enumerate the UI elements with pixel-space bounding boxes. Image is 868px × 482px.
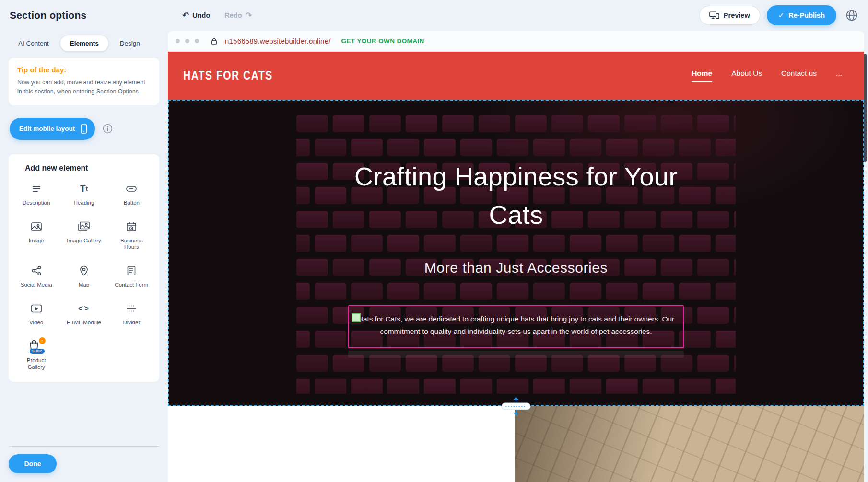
- undo-label: Undo: [192, 11, 210, 19]
- brick: [624, 115, 656, 132]
- video-icon: [31, 301, 42, 316]
- section-height-resize-handle[interactable]: [494, 396, 538, 416]
- brick: [570, 379, 601, 394]
- element-item-product-gallery[interactable]: SHOP ↑ Product Gallery: [12, 339, 60, 371]
- brick-row: [296, 139, 736, 156]
- brick: [369, 115, 401, 132]
- element-item-image-gallery[interactable]: Image Gallery: [60, 219, 107, 251]
- drag-ghost-strip: [348, 351, 684, 358]
- nav-item-more[interactable]: ...: [836, 69, 842, 82]
- redo-label: Redo: [224, 11, 242, 19]
- brick: [424, 283, 456, 300]
- brick: [296, 211, 328, 228]
- brick: [315, 379, 346, 394]
- next-section: [168, 406, 864, 482]
- language-globe-button[interactable]: [845, 9, 858, 22]
- tab-elements[interactable]: Elements: [60, 35, 108, 51]
- brick: [533, 379, 565, 394]
- element-item-social-media[interactable]: Social Media: [12, 263, 60, 288]
- paragraph-resize-handle[interactable]: [352, 313, 361, 322]
- undo-icon: ↶: [182, 11, 189, 20]
- brick: [296, 187, 310, 204]
- brick: [479, 115, 510, 132]
- element-item-heading[interactable]: Tt Heading: [60, 181, 107, 207]
- brick: [716, 139, 736, 156]
- paragraph-selection-box[interactable]: Hats for Cats, we are dedicated to craft…: [348, 305, 684, 348]
- brick: [296, 163, 328, 180]
- info-button[interactable]: [103, 124, 113, 134]
- topbar-actions: Preview ✓ Re-Publish: [699, 5, 858, 25]
- brick: [551, 115, 583, 132]
- brick: [606, 379, 638, 394]
- element-item-button[interactable]: Button: [108, 181, 155, 207]
- element-grid: Description Tt Heading Button: [12, 181, 155, 371]
- element-item-contact-form[interactable]: Contact Form: [108, 263, 155, 288]
- preview-label: Preview: [724, 11, 750, 19]
- element-item-html-module[interactable]: <> HTML Module: [60, 301, 107, 326]
- get-your-own-domain-link[interactable]: GET YOUR OWN DOMAIN: [341, 37, 424, 45]
- edit-mobile-layout-button[interactable]: Edit mobile layout: [10, 118, 95, 140]
- vertical-scrollbar[interactable]: [864, 54, 867, 162]
- brick: [387, 283, 419, 300]
- brick: [315, 187, 346, 204]
- element-item-map[interactable]: Map: [60, 263, 107, 288]
- brick: [315, 283, 346, 300]
- brick: [734, 355, 736, 372]
- hero-section-selected[interactable]: Crafting Happiness for Your Cats More th…: [168, 100, 864, 406]
- brick: [697, 115, 729, 132]
- brick: [679, 235, 711, 252]
- brick: [296, 331, 310, 348]
- republish-button[interactable]: ✓ Re-Publish: [767, 5, 836, 25]
- button-icon: [126, 181, 137, 196]
- brick: [387, 379, 419, 394]
- brick: [460, 283, 492, 300]
- hero-paragraph[interactable]: Hats for Cats, we are dedicated to craft…: [357, 313, 675, 337]
- hero-heading[interactable]: Crafting Happiness for Your Cats: [348, 157, 684, 234]
- element-label: Video: [29, 320, 43, 326]
- map-pin-icon: [79, 263, 89, 278]
- brick-row: [296, 283, 736, 300]
- element-label: Heading: [74, 200, 94, 207]
- brick: [734, 115, 736, 132]
- redo-button[interactable]: Redo ↷: [224, 11, 252, 20]
- brick: [570, 139, 601, 156]
- brick: [387, 139, 419, 156]
- undo-button[interactable]: ↶ Undo: [182, 11, 210, 20]
- element-label: Image: [29, 238, 44, 244]
- devices-icon: [709, 11, 719, 19]
- brick: [533, 139, 565, 156]
- brick: [734, 163, 736, 180]
- nav-item-home[interactable]: Home: [692, 69, 712, 82]
- done-button[interactable]: Done: [9, 454, 57, 473]
- window-dot: [195, 39, 199, 43]
- info-icon: [103, 124, 113, 134]
- heading-icon: Tt: [80, 181, 88, 196]
- brick: [351, 379, 383, 394]
- hero-subheading[interactable]: More than Just Accessories: [169, 260, 863, 276]
- brick: [497, 139, 528, 156]
- brick: [697, 355, 729, 372]
- brick: [533, 283, 565, 300]
- nav-item-about-us[interactable]: About Us: [731, 69, 762, 82]
- nav-item-contact-us[interactable]: Contact us: [781, 69, 817, 82]
- element-item-description[interactable]: Description: [12, 181, 60, 207]
- brick: [697, 307, 729, 324]
- brick: [296, 379, 310, 394]
- element-item-divider[interactable]: Divider: [108, 301, 155, 326]
- element-item-business-hours[interactable]: Business Hours: [108, 219, 155, 251]
- element-item-video[interactable]: Video: [12, 301, 60, 326]
- business-hours-icon: [126, 219, 137, 234]
- preview-button[interactable]: Preview: [699, 6, 760, 25]
- element-item-image[interactable]: Image: [12, 219, 60, 251]
- brick-row: [296, 115, 736, 132]
- brick: [351, 283, 383, 300]
- brick: [643, 235, 674, 252]
- brick: [315, 139, 346, 156]
- divider-icon: [126, 301, 137, 316]
- element-label: Product Gallery: [18, 357, 55, 371]
- site-url: n1566589.websitebuilder.online/: [225, 37, 331, 45]
- tab-design[interactable]: Design: [110, 35, 150, 51]
- tab-ai-content[interactable]: AI Content: [9, 35, 59, 51]
- brick: [515, 115, 547, 132]
- brick: [387, 235, 419, 252]
